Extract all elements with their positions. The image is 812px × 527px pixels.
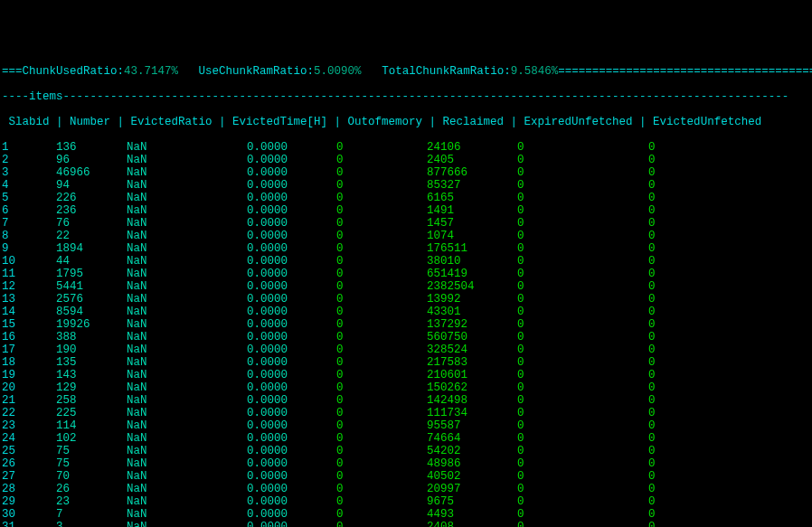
cell-reclaimed: 142498 [427,394,517,407]
cell-evicted-unfetched: 0 [648,445,739,457]
cell-expired-unfetched: 0 [517,369,648,381]
table-row: 2575NaN0.000005420200 [2,445,810,457]
cell-expired-unfetched: 0 [517,470,648,483]
cell-slabid: 4 [2,179,56,192]
cell-slabid: 20 [2,381,56,394]
cell-outofmemory: 0 [336,318,427,331]
cell-reclaimed: 74664 [427,432,517,445]
cell-reclaimed: 1457 [427,217,517,230]
cell-evicted-ratio: NaN [127,192,226,204]
cell-evicted-ratio: NaN [127,306,226,318]
cell-slabid: 13 [2,293,56,306]
cell-number: 129 [56,381,127,394]
cell-outofmemory: 0 [336,306,427,318]
cell-number: 8594 [56,306,127,318]
cell-evicted-ratio: NaN [127,280,226,293]
cell-reclaimed: 137292 [427,318,517,331]
cell-number: 26 [56,483,127,495]
cell-number: 135 [56,356,127,369]
cell-number: 19926 [56,318,127,331]
cell-expired-unfetched: 0 [517,179,648,192]
cell-evicted-time: 0.0000 [226,166,336,179]
cell-evicted-unfetched: 0 [648,343,739,356]
cell-reclaimed: 217583 [427,356,517,369]
cell-outofmemory: 0 [336,204,427,217]
cell-outofmemory: 0 [336,508,427,521]
cell-reclaimed: 328524 [427,343,517,356]
cell-slabid: 2 [2,154,56,166]
cell-reclaimed: 9675 [427,495,517,508]
cell-evicted-unfetched: 0 [648,483,739,495]
cell-reclaimed: 2405 [427,154,517,166]
cell-reclaimed: 877666 [427,166,517,179]
cell-evicted-unfetched: 0 [648,419,739,432]
table-row: 17190NaN0.0000032852400 [2,343,810,356]
table-row: 22225NaN0.0000011173400 [2,407,810,419]
cell-evicted-ratio: NaN [127,407,226,419]
cell-outofmemory: 0 [336,419,427,432]
cell-outofmemory: 0 [336,141,427,154]
cell-evicted-unfetched: 0 [648,432,739,445]
cell-reclaimed: 85327 [427,179,517,192]
cell-expired-unfetched: 0 [517,394,648,407]
cell-number: 96 [56,154,127,166]
cell-slabid: 7 [2,217,56,230]
cell-reclaimed: 651419 [427,268,517,280]
cell-expired-unfetched: 0 [517,331,648,343]
cell-evicted-time: 0.0000 [226,242,336,255]
cell-reclaimed: 176511 [427,242,517,255]
cell-slabid: 23 [2,419,56,432]
cell-number: 3 [56,521,127,527]
cell-evicted-ratio: NaN [127,369,226,381]
cell-evicted-ratio: NaN [127,521,226,527]
table-row: 2826NaN0.000002099700 [2,483,810,495]
cell-slabid: 14 [2,306,56,318]
cell-number: 1795 [56,268,127,280]
cell-evicted-unfetched: 0 [648,141,739,154]
cell-evicted-time: 0.0000 [226,470,336,483]
table-row: 313NaN0.00000240800 [2,521,810,527]
cell-slabid: 8 [2,230,56,242]
cell-number: 226 [56,192,127,204]
cell-slabid: 18 [2,356,56,369]
cell-number: 190 [56,343,127,356]
cell-evicted-unfetched: 0 [648,470,739,483]
cell-outofmemory: 0 [336,268,427,280]
cell-slabid: 26 [2,457,56,470]
cell-number: 75 [56,457,127,470]
cell-evicted-ratio: NaN [127,141,226,154]
cell-outofmemory: 0 [336,445,427,457]
cell-reclaimed: 2382504 [427,280,517,293]
table-row: 21258NaN0.0000014249800 [2,394,810,407]
cell-evicted-time: 0.0000 [226,255,336,268]
cell-outofmemory: 0 [336,343,427,356]
table-row: 24102NaN0.000007466400 [2,432,810,445]
cell-evicted-ratio: NaN [127,293,226,306]
cell-slabid: 15 [2,318,56,331]
cell-evicted-ratio: NaN [127,318,226,331]
stat-value-2: 9.5846% [511,65,559,78]
cell-evicted-time: 0.0000 [226,268,336,280]
cell-slabid: 3 [2,166,56,179]
cell-evicted-unfetched: 0 [648,154,739,166]
cell-evicted-unfetched: 0 [648,217,739,230]
cell-evicted-time: 0.0000 [226,230,336,242]
table-row: 776NaN0.00000145700 [2,217,810,230]
stat-label-1: UseChunkRamRatio: [199,65,315,78]
cell-expired-unfetched: 0 [517,318,648,331]
cell-evicted-time: 0.0000 [226,306,336,318]
cell-evicted-ratio: NaN [127,394,226,407]
cell-number: 114 [56,419,127,432]
cell-outofmemory: 0 [336,521,427,527]
cell-evicted-time: 0.0000 [226,356,336,369]
table-row: 2675NaN0.000004898600 [2,457,810,470]
cell-slabid: 31 [2,521,56,527]
cell-evicted-time: 0.0000 [226,407,336,419]
cell-slabid: 17 [2,343,56,356]
cell-expired-unfetched: 0 [517,419,648,432]
cell-outofmemory: 0 [336,280,427,293]
cell-evicted-time: 0.0000 [226,495,336,508]
cell-expired-unfetched: 0 [517,280,648,293]
cell-evicted-unfetched: 0 [648,166,739,179]
cell-number: 5441 [56,280,127,293]
